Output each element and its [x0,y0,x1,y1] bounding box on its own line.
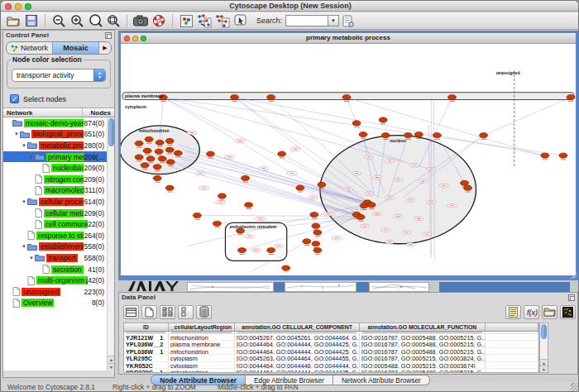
network-node[interactable] [166,160,175,165]
network-node[interactable] [143,148,151,153]
network-tree-row[interactable]: nucleobase-209(0) [3,162,114,174]
tree-scrollbar[interactable]: ▲ ▼ [107,117,114,370]
network-canvas[interactable]: plasma membranecytoplasmmitochondrionnuc… [121,44,576,272]
network-node[interactable] [460,180,468,185]
table-column-header[interactable]: _cellularLayoutRegion [169,323,235,331]
network-node[interactable] [155,149,163,154]
network-tree-row[interactable]: ▼biological_process651(0) [3,129,114,141]
vizmapper-button[interactable] [178,13,194,28]
layout-network-1-button[interactable] [196,13,213,28]
table-row[interactable]: YLR295Ccytoplasm[GO:0045263, GO:0044464,… [124,355,538,361]
network-tree-row[interactable]: ▼establishment of lo558(0) [3,241,114,253]
scroll-up-icon[interactable]: ▲ [108,356,114,363]
import-attributes-button[interactable] [542,305,557,319]
network-node[interactable] [153,165,161,170]
scroll-down-icon[interactable]: ▼ [540,366,548,372]
network-node[interactable] [218,194,226,198]
network-tree-row[interactable]: ▼transport558(0) [3,252,114,264]
network-node[interactable] [414,131,423,136]
network-node[interactable] [141,163,149,168]
network-node[interactable] [313,247,322,252]
network-node[interactable] [480,132,488,137]
network-node[interactable] [165,147,174,152]
table-column-header[interactable] [486,323,538,331]
window-fragment[interactable] [356,282,369,292]
network-tree-row[interactable]: multi-organism pro42(0) [3,275,114,286]
search-input[interactable] [285,15,328,26]
table-row[interactable]: YPL036W__2plasma membrane[GO:0044464, GO… [124,341,538,347]
tree-expand-icon[interactable]: ▼ [21,199,27,204]
network-tree-row[interactable]: nitrogen compo209(0) [3,174,114,185]
network-node[interactable] [303,239,311,244]
attribute-table-button[interactable] [123,305,139,319]
function-builder-button[interactable]: f(x) [524,305,539,319]
network-window-titlebar[interactable]: primary metabolic process [121,33,576,44]
network-node[interactable] [267,247,275,252]
network-node[interactable] [158,156,166,161]
window-fragment[interactable] [274,282,285,292]
table-scrollbar[interactable]: ▲ ▼ [539,323,548,373]
network-node[interactable] [404,132,412,137]
network-node[interactable] [153,175,161,180]
network-node[interactable] [567,94,575,99]
network-node[interactable] [379,117,387,122]
unselect-attributes-button[interactable] [178,305,194,319]
network-node[interactable] [230,94,238,99]
tree-expand-icon[interactable]: ▼ [21,143,27,148]
network-node[interactable] [146,156,155,161]
tree-expand-icon[interactable]: ▼ [13,131,20,136]
table-row[interactable]: YKR052Ccytoplasm[GO:0044464, GO:0044446,… [124,362,538,369]
window-fragment[interactable] [369,282,429,292]
zoom-out-button[interactable] [50,13,67,28]
table-row[interactable]: YJR121W__1mitochondrion[GO:0045267, GO:0… [124,334,538,341]
network-node[interactable] [238,247,246,252]
network-node[interactable] [356,214,365,219]
network-tree-row[interactable]: Overview8(0) [3,298,114,309]
network-node[interactable] [267,94,275,99]
resize-grip-icon[interactable] [569,271,577,280]
network-tree-row[interactable]: mosaic-demo-yeast874(0) [3,117,114,129]
network-node[interactable] [312,223,320,228]
network-node[interactable] [310,212,318,217]
window-fragment[interactable] [439,282,570,292]
tree-scrollbar-thumb[interactable] [108,118,114,146]
network-node[interactable] [342,94,351,99]
network-node[interactable] [213,221,221,226]
attribute-matrix-button[interactable] [560,305,576,319]
search-config-button[interactable] [340,13,356,28]
zoom-fit-button[interactable] [87,13,103,28]
window-fragment[interactable] [285,282,356,292]
network-node[interactable] [242,175,250,180]
network-node[interactable] [165,138,174,143]
zoom-selected-button[interactable] [105,13,122,28]
network-node[interactable] [165,185,174,190]
network-tree-row[interactable]: unassigned223(0) [3,286,114,298]
scroll-down-icon[interactable]: ▼ [108,363,114,370]
tree-expand-icon[interactable]: ▼ [28,256,35,261]
network-node[interactable] [156,140,164,145]
table-column-header[interactable]: annotation.GO CELLULAR_COMPONENT [235,323,360,331]
network-tree-row[interactable]: ▼cellular process614(0) [3,196,114,208]
node-color-dropdown[interactable]: transporter activity ▲▼ [12,69,106,82]
table-row[interactable]: YDR039C__1mitochondrion[GO:0044464, GO:0… [124,369,538,373]
more-tabs-button[interactable]: ▶ [99,42,111,54]
zoom-in-button[interactable] [69,13,85,28]
network-node[interactable] [313,230,322,235]
network-node[interactable] [360,203,368,208]
network-node[interactable] [135,155,143,160]
network-node[interactable] [145,136,153,141]
network-node[interactable] [464,185,472,190]
network-tree-row[interactable]: response to stimulu264(0) [3,230,114,241]
network-node[interactable] [282,265,290,270]
network-tree-row[interactable]: ▼metabolic process280(0) [3,140,114,151]
snapshot-button[interactable] [132,13,149,28]
resize-grip-icon[interactable] [571,383,579,391]
search-dropdown-button[interactable]: ▼ [328,15,339,26]
save-session-button[interactable] [23,13,40,28]
network-tree-row[interactable]: cellular metabo209(0) [3,208,114,219]
network-tree-row[interactable]: cell communicat22(0) [3,218,114,230]
network-node[interactable] [352,121,361,126]
network-node[interactable] [559,153,567,158]
network-node[interactable] [135,141,143,146]
network-node[interactable] [367,203,376,208]
